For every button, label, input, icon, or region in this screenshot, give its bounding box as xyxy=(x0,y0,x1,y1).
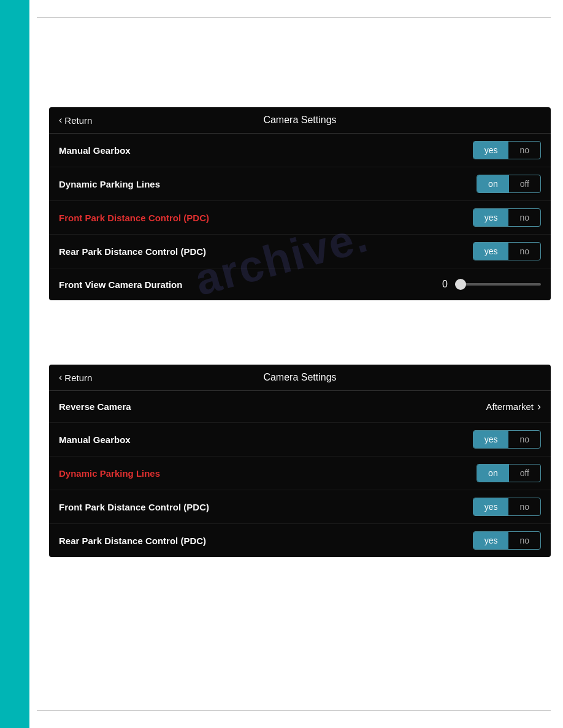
front-pdc-2-no-btn[interactable]: no xyxy=(508,498,540,515)
dynamic-parking-1-label: Dynamic Parking Lines xyxy=(59,179,160,189)
front-pdc-2-toggle[interactable]: yes no xyxy=(473,498,541,516)
manual-gearbox-2-yes-btn[interactable]: yes xyxy=(473,431,509,448)
panel-2-title: Camera Settings xyxy=(263,372,336,383)
front-pdc-1-no-btn[interactable]: no xyxy=(508,209,540,226)
rear-pdc-1-no-btn[interactable]: no xyxy=(508,243,540,260)
manual-gearbox-1-label: Manual Gearbox xyxy=(59,145,131,156)
front-camera-duration-track[interactable] xyxy=(455,283,541,286)
reverse-camera-label: Reverse Camera xyxy=(59,401,131,412)
row-manual-gearbox-2: Manual Gearbox yes no xyxy=(49,423,551,457)
row-front-camera-duration: Front View Camera Duration 0 xyxy=(49,268,551,300)
manual-gearbox-1-no-btn[interactable]: no xyxy=(508,142,540,159)
chevron-left-icon: ‹ xyxy=(59,115,62,126)
dynamic-parking-2-toggle[interactable]: on off xyxy=(477,464,541,482)
front-camera-duration-control: 0 xyxy=(442,279,541,290)
chevron-left-icon-2: ‹ xyxy=(59,372,62,383)
manual-gearbox-2-toggle[interactable]: yes no xyxy=(473,430,541,449)
row-manual-gearbox-1: Manual Gearbox yes no xyxy=(49,134,551,167)
front-pdc-2-yes-btn[interactable]: yes xyxy=(473,498,509,515)
reverse-camera-value-container[interactable]: Aftermarket › xyxy=(486,400,541,413)
row-reverse-camera: Reverse Camera Aftermarket › xyxy=(49,391,551,423)
top-divider xyxy=(37,17,551,18)
front-camera-duration-label: Front View Camera Duration xyxy=(59,279,182,290)
rear-pdc-2-yes-btn[interactable]: yes xyxy=(473,532,509,549)
row-rear-pdc-2: Rear Park Distance Control (PDC) yes no xyxy=(49,524,551,557)
dynamic-parking-2-off-btn[interactable]: off xyxy=(509,464,540,482)
rear-pdc-1-yes-btn[interactable]: yes xyxy=(473,243,509,260)
manual-gearbox-2-no-btn[interactable]: no xyxy=(508,431,540,448)
manual-gearbox-2-label: Manual Gearbox xyxy=(59,434,131,445)
rear-pdc-1-label: Rear Park Distance Control (PDC) xyxy=(59,246,206,257)
panel-camera-settings-1: ‹ Return Camera Settings Manual Gearbox … xyxy=(49,107,551,300)
dynamic-parking-1-on-btn[interactable]: on xyxy=(477,175,509,192)
chevron-right-icon: › xyxy=(537,400,541,413)
panel-1-title: Camera Settings xyxy=(263,115,336,126)
panel-1-return-label: Return xyxy=(64,115,92,126)
row-rear-pdc-1: Rear Park Distance Control (PDC) yes no xyxy=(49,235,551,268)
row-dynamic-parking-1: Dynamic Parking Lines on off xyxy=(49,167,551,201)
rear-pdc-1-toggle[interactable]: yes no xyxy=(473,242,541,260)
panel-2-return-button[interactable]: ‹ Return xyxy=(59,372,92,383)
row-dynamic-parking-2: Dynamic Parking Lines on off xyxy=(49,457,551,490)
manual-gearbox-1-yes-btn[interactable]: yes xyxy=(473,142,509,159)
bottom-divider xyxy=(37,710,551,711)
row-front-pdc-1: Front Park Distance Control (PDC) yes no xyxy=(49,201,551,235)
sidebar xyxy=(0,0,29,728)
row-front-pdc-2: Front Park Distance Control (PDC) yes no xyxy=(49,490,551,524)
panel-2-header: ‹ Return Camera Settings xyxy=(49,365,551,391)
front-pdc-1-label: Front Park Distance Control (PDC) xyxy=(59,213,209,223)
front-pdc-1-yes-btn[interactable]: yes xyxy=(473,209,509,226)
front-camera-duration-thumb[interactable] xyxy=(455,279,466,290)
front-pdc-1-toggle[interactable]: yes no xyxy=(473,208,541,227)
front-camera-duration-value: 0 xyxy=(442,279,448,290)
front-pdc-2-label: Front Park Distance Control (PDC) xyxy=(59,502,209,512)
dynamic-parking-1-toggle[interactable]: on off xyxy=(477,175,541,193)
reverse-camera-value-text: Aftermarket xyxy=(486,401,534,412)
rear-pdc-2-label: Rear Park Distance Control (PDC) xyxy=(59,536,206,546)
dynamic-parking-1-off-btn[interactable]: off xyxy=(509,175,540,192)
panel-1-header: ‹ Return Camera Settings xyxy=(49,107,551,134)
dynamic-parking-2-on-btn[interactable]: on xyxy=(477,464,509,482)
panel-camera-settings-2: ‹ Return Camera Settings Reverse Camera … xyxy=(49,365,551,557)
rear-pdc-2-no-btn[interactable]: no xyxy=(508,532,540,549)
panel-1-return-button[interactable]: ‹ Return xyxy=(59,115,92,126)
dynamic-parking-2-label: Dynamic Parking Lines xyxy=(59,468,160,479)
manual-gearbox-1-toggle[interactable]: yes no xyxy=(473,141,541,159)
panel-2-return-label: Return xyxy=(64,373,92,383)
rear-pdc-2-toggle[interactable]: yes no xyxy=(473,531,541,550)
